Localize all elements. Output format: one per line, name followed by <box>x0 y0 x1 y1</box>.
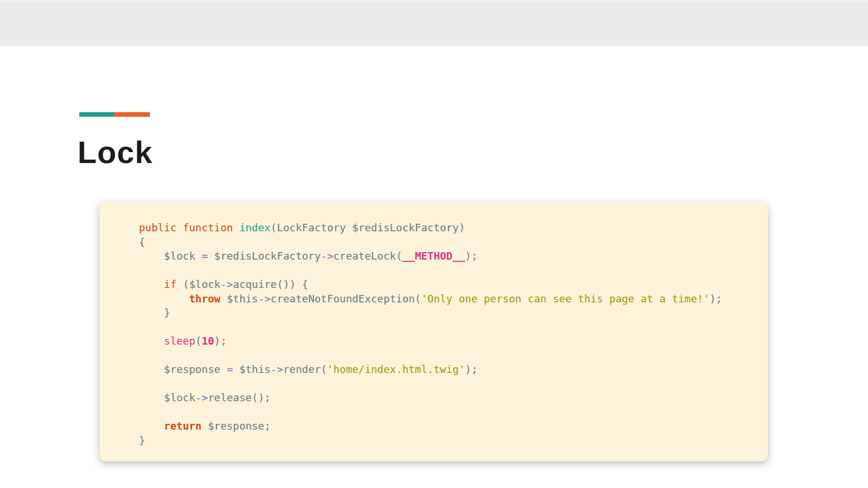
page-title: Lock <box>78 136 153 168</box>
accent-teal-segment <box>79 112 115 117</box>
code-line: } <box>139 306 762 320</box>
code-line: $lock->release(); <box>139 391 762 405</box>
code-line: public function index(LockFactory $redis… <box>139 221 762 235</box>
code-line: } <box>139 434 762 448</box>
code-line <box>139 405 762 420</box>
accent-orange-segment <box>115 112 150 117</box>
code-card: public function index(LockFactory $redis… <box>100 202 768 461</box>
code-block: public function index(LockFactory $redis… <box>139 221 762 448</box>
code-line: $response = $this->render('home/index.ht… <box>139 363 762 377</box>
code-line <box>139 264 762 278</box>
code-line: throw $this->createNotFoundException('On… <box>139 292 762 306</box>
code-line: sleep(10); <box>139 334 762 349</box>
code-line <box>139 320 762 335</box>
code-line: { <box>139 235 762 250</box>
code-line: $lock = $redisLockFactory->createLock(__… <box>139 249 762 264</box>
code-line: if ($lock->acquire()) { <box>139 278 762 292</box>
header-bar <box>0 0 868 46</box>
code-line <box>139 377 762 391</box>
code-line <box>139 349 762 363</box>
accent-divider <box>79 112 150 117</box>
code-line: return $response; <box>139 419 762 434</box>
